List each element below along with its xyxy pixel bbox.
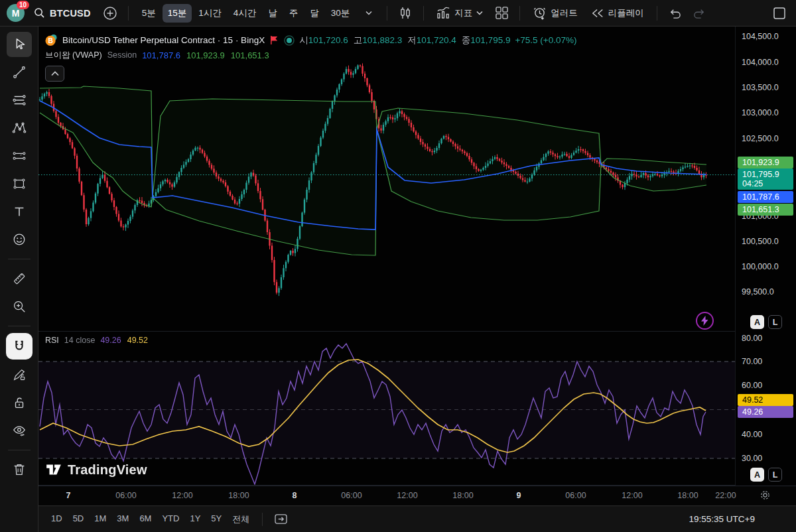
symbol-search-button[interactable]: BTCUSD bbox=[29, 5, 96, 21]
undo-button[interactable] bbox=[665, 3, 685, 23]
tool-parallel-lines[interactable] bbox=[7, 88, 32, 113]
timeframe-dropdown[interactable] bbox=[359, 3, 379, 23]
replay-label: 리플레이 bbox=[608, 7, 644, 19]
timeframe-30분[interactable]: 30분 bbox=[326, 4, 356, 23]
time-axis[interactable]: 706:0012:0018:00806:0012:0018:00906:0012… bbox=[38, 486, 796, 506]
avatar-initial: M bbox=[12, 8, 20, 19]
tool-eye[interactable] bbox=[7, 418, 32, 443]
vwap-legend-row[interactable]: 브이왑 (VWAP) Session 101,787.6101,923.9101… bbox=[45, 48, 576, 62]
indicators-button[interactable]: 지표 bbox=[432, 3, 488, 23]
instant-order-lightning-button[interactable] bbox=[696, 312, 714, 330]
svg-text:B: B bbox=[48, 37, 53, 44]
trend-line-icon bbox=[12, 65, 27, 80]
go-to-date-button[interactable] bbox=[271, 509, 291, 529]
calendar-icon bbox=[275, 513, 287, 525]
symbol-title[interactable]: Bitcoin/USD Tether Perpetual Contract · … bbox=[62, 35, 265, 45]
rsi-legend[interactable]: RSI 14 close 49.2649.52 bbox=[45, 336, 148, 345]
log-scale-button[interactable]: L bbox=[768, 468, 782, 482]
user-avatar[interactable]: M 10 bbox=[7, 4, 25, 22]
timeframe-달[interactable]: 달 bbox=[304, 4, 324, 23]
range-5Y[interactable]: 5Y bbox=[206, 511, 226, 528]
timezone-settings-button[interactable] bbox=[760, 490, 771, 501]
plus-circle-icon bbox=[103, 6, 117, 21]
time-tick: 9 bbox=[517, 491, 521, 500]
toolbar-divider bbox=[8, 259, 31, 259]
range-전체[interactable]: 전체 bbox=[228, 511, 254, 528]
range-1M[interactable]: 1M bbox=[90, 511, 111, 528]
ohlc-고: 고101,882.3 bbox=[354, 34, 403, 46]
auto-scale-button[interactable]: A bbox=[750, 315, 764, 329]
timeframe-1시간[interactable]: 1시간 bbox=[193, 4, 227, 23]
compare-add-button[interactable] bbox=[100, 3, 120, 23]
tool-text[interactable] bbox=[7, 199, 32, 224]
timeframe-15분[interactable]: 15분 bbox=[163, 4, 192, 23]
chevron-down-icon bbox=[365, 11, 372, 15]
range-1D[interactable]: 1D bbox=[46, 511, 67, 528]
pane-divider[interactable] bbox=[38, 331, 735, 332]
tool-xabcd-pattern[interactable] bbox=[7, 115, 32, 141]
tool-emoji[interactable] bbox=[7, 227, 32, 252]
range-1Y[interactable]: 1Y bbox=[185, 511, 205, 528]
rsi-name: RSI bbox=[45, 336, 59, 345]
redo-button[interactable] bbox=[689, 3, 709, 23]
timeframe-4시간[interactable]: 4시간 bbox=[228, 4, 262, 23]
tradingview-watermark: TradingView bbox=[45, 461, 147, 478]
data-status-icon[interactable] bbox=[284, 35, 295, 46]
tool-trend-line[interactable] bbox=[7, 60, 32, 85]
auto-scale-button[interactable]: A bbox=[750, 468, 764, 482]
date-ranges: 1D5D1M3M6MYTD1Y5Y전체 bbox=[46, 511, 254, 528]
time-tick: 18:00 bbox=[452, 491, 473, 500]
chart-area[interactable]: B Bitcoin/USD Tether Perpetual Contract … bbox=[38, 27, 796, 532]
tool-ruler[interactable] bbox=[7, 266, 32, 291]
tool-rectangle[interactable] bbox=[7, 171, 32, 196]
tool-lock[interactable] bbox=[7, 390, 32, 415]
fullscreen-button[interactable] bbox=[769, 3, 789, 23]
alert-button[interactable]: 얼러트 bbox=[528, 3, 582, 23]
main-legend: B Bitcoin/USD Tether Perpetual Contract … bbox=[45, 33, 576, 82]
vwap-value-1: 101,923.9 bbox=[186, 50, 225, 60]
axis-label: 100,500.0 bbox=[742, 237, 779, 246]
vwap-values: 101,787.6101,923.9101,651.3 bbox=[142, 50, 269, 60]
tool-draw-lock[interactable] bbox=[7, 362, 32, 387]
toolbar-divider bbox=[8, 326, 31, 326]
tool-projection[interactable] bbox=[7, 143, 32, 168]
clock[interactable]: 19:55:35 UTC+9 bbox=[689, 514, 788, 524]
tradingview-logo-icon bbox=[45, 461, 62, 478]
range-YTD[interactable]: YTD bbox=[157, 511, 184, 528]
range-3M[interactable]: 3M bbox=[112, 511, 133, 528]
lock-icon bbox=[12, 395, 27, 410]
tool-trash[interactable] bbox=[7, 457, 32, 482]
symbol-name: BTCUSD bbox=[50, 8, 91, 19]
parallel-lines-icon bbox=[12, 93, 27, 107]
vwap-value-0: 101,787.6 bbox=[142, 50, 180, 60]
replay-button[interactable]: 리플레이 bbox=[586, 4, 649, 23]
range-6M[interactable]: 6M bbox=[135, 511, 156, 528]
chevron-up-icon bbox=[52, 72, 58, 76]
axis-label: 104,500.0 bbox=[742, 32, 779, 41]
undo-icon bbox=[669, 8, 682, 19]
time-tick: 12:00 bbox=[172, 491, 192, 500]
indicator-templates-button[interactable] bbox=[492, 3, 511, 23]
tool-magnet[interactable] bbox=[6, 333, 33, 360]
vwap-value-2: 101,651.3 bbox=[231, 50, 269, 60]
price-axis[interactable]: 104,500.0104,000.0103,500.0103,000.0102,… bbox=[735, 27, 796, 486]
separator bbox=[423, 6, 424, 21]
market-flag-icon[interactable] bbox=[269, 35, 279, 45]
chart-style-button[interactable] bbox=[395, 3, 415, 23]
timeframe-5분[interactable]: 5분 bbox=[137, 4, 161, 23]
alert-label: 얼러트 bbox=[551, 7, 578, 19]
timeframe-주[interactable]: 주 bbox=[284, 4, 304, 23]
tool-zoom-in[interactable] bbox=[7, 294, 32, 319]
timeframe-날[interactable]: 날 bbox=[263, 4, 283, 23]
range-5D[interactable]: 5D bbox=[68, 511, 89, 528]
separator bbox=[262, 513, 263, 526]
time-tick: 18:00 bbox=[228, 491, 249, 500]
collapse-legend-button[interactable] bbox=[45, 66, 64, 82]
time-tick: 12:00 bbox=[397, 491, 417, 500]
text-icon bbox=[12, 204, 27, 219]
log-scale-button[interactable]: L bbox=[768, 315, 782, 329]
time-tick: 8 bbox=[293, 491, 297, 500]
separator bbox=[519, 6, 520, 21]
tool-cursor[interactable] bbox=[7, 32, 32, 57]
candlestick-icon bbox=[399, 7, 412, 20]
